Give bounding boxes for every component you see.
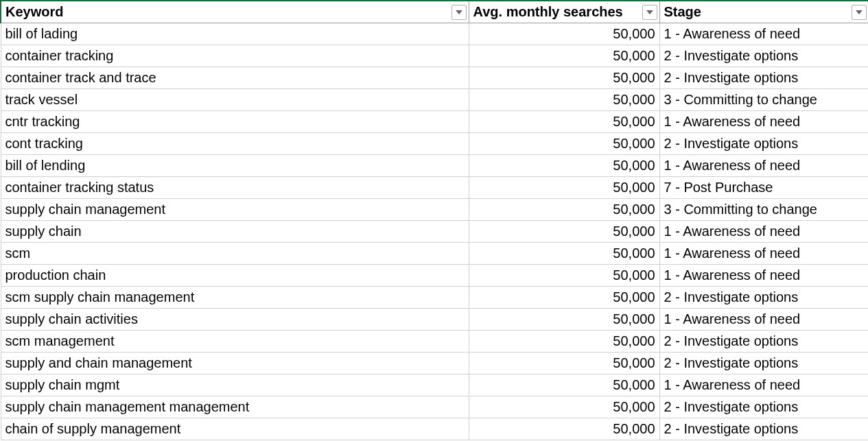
- header-keyword[interactable]: Keyword: [1, 1, 469, 23]
- cell-stage[interactable]: 1 - Awareness of need: [659, 374, 868, 396]
- table-row: supply chain mgmt50,0001 - Awareness of …: [1, 374, 868, 396]
- cell-searches[interactable]: 50,000: [469, 221, 659, 243]
- cell-stage[interactable]: 2 - Investigate options: [659, 45, 868, 67]
- table-row: chain of supply management50,0002 - Inve…: [1, 418, 868, 440]
- cell-keyword[interactable]: container tracking status: [1, 177, 469, 199]
- table-row: bill of lending50,0001 - Awareness of ne…: [1, 155, 868, 177]
- cell-searches[interactable]: 50,000: [469, 396, 659, 418]
- table-row: track vessel50,0003 - Committing to chan…: [1, 89, 868, 111]
- cell-keyword[interactable]: supply and chain management: [1, 353, 469, 374]
- table-row: cont tracking50,0002 - Investigate optio…: [1, 133, 868, 155]
- cell-searches[interactable]: 50,000: [469, 67, 659, 89]
- cell-searches[interactable]: 50,000: [469, 177, 659, 199]
- cell-stage[interactable]: 2 - Investigate options: [659, 331, 868, 353]
- cell-searches[interactable]: 50,000: [469, 418, 659, 440]
- header-label: Stage: [664, 4, 701, 19]
- cell-keyword[interactable]: supply chain: [1, 221, 469, 243]
- cell-stage[interactable]: 2 - Investigate options: [659, 67, 868, 89]
- cell-stage[interactable]: 2 - Investigate options: [659, 287, 868, 309]
- cell-keyword[interactable]: scm supply chain management: [1, 287, 469, 309]
- cell-keyword[interactable]: bill of lending: [1, 155, 469, 177]
- cell-keyword[interactable]: supply chain management management: [1, 396, 469, 418]
- cell-keyword[interactable]: cntr tracking: [1, 111, 469, 133]
- table-row: cntr tracking50,0001 - Awareness of need: [1, 111, 868, 133]
- filter-button-keyword[interactable]: [451, 5, 467, 20]
- table-row: supply chain activities50,0001 - Awarene…: [1, 309, 868, 331]
- cell-stage[interactable]: 1 - Awareness of need: [659, 111, 868, 133]
- cell-searches[interactable]: 50,000: [469, 287, 659, 309]
- cell-stage[interactable]: 7 - Post Purchase: [659, 177, 868, 199]
- cell-stage[interactable]: 1 - Awareness of need: [659, 265, 868, 287]
- cell-keyword[interactable]: cont tracking: [1, 133, 469, 155]
- cell-keyword[interactable]: scm management: [1, 331, 469, 353]
- table-row: container tracking status50,0007 - Post …: [1, 177, 868, 199]
- filter-button-stage[interactable]: [852, 5, 867, 20]
- table-row: container track and trace50,0002 - Inves…: [1, 67, 868, 89]
- keyword-table: Keyword Avg. monthly searches Stage bill…: [0, 0, 868, 440]
- table-row: bill of lading50,0001 - Awareness of nee…: [1, 23, 868, 45]
- header-label: Avg. monthly searches: [473, 4, 623, 19]
- cell-keyword[interactable]: scm: [1, 243, 469, 265]
- cell-stage[interactable]: 2 - Investigate options: [659, 418, 868, 440]
- chevron-down-icon: [646, 10, 653, 14]
- cell-stage[interactable]: 2 - Investigate options: [659, 353, 868, 374]
- cell-keyword[interactable]: track vessel: [1, 89, 469, 111]
- cell-stage[interactable]: 2 - Investigate options: [659, 396, 868, 418]
- cell-stage[interactable]: 2 - Investigate options: [659, 133, 868, 155]
- cell-keyword[interactable]: supply chain management: [1, 199, 469, 221]
- table-row: scm supply chain management50,0002 - Inv…: [1, 287, 868, 309]
- table-body: bill of lading50,0001 - Awareness of nee…: [1, 23, 868, 440]
- table-row: production chain50,0001 - Awareness of n…: [1, 265, 868, 287]
- chevron-down-icon: [456, 10, 462, 14]
- cell-searches[interactable]: 50,000: [469, 111, 659, 133]
- cell-searches[interactable]: 50,000: [469, 353, 659, 374]
- table-row: supply chain management management50,000…: [1, 396, 868, 418]
- cell-stage[interactable]: 3 - Committing to change: [659, 199, 868, 221]
- table-row: scm management50,0002 - Investigate opti…: [1, 331, 868, 353]
- cell-searches[interactable]: 50,000: [469, 155, 659, 177]
- table-row: supply chain management50,0003 - Committ…: [1, 199, 868, 221]
- cell-keyword[interactable]: supply chain mgmt: [1, 374, 469, 396]
- cell-stage[interactable]: 1 - Awareness of need: [659, 221, 868, 243]
- cell-searches[interactable]: 50,000: [469, 265, 659, 287]
- header-searches[interactable]: Avg. monthly searches: [469, 1, 659, 23]
- cell-searches[interactable]: 50,000: [469, 199, 659, 221]
- table-header-row: Keyword Avg. monthly searches Stage: [1, 1, 868, 23]
- cell-searches[interactable]: 50,000: [469, 89, 659, 111]
- cell-searches[interactable]: 50,000: [469, 374, 659, 396]
- table-row: supply chain50,0001 - Awareness of need: [1, 221, 868, 243]
- cell-keyword[interactable]: container track and trace: [1, 67, 469, 89]
- cell-stage[interactable]: 1 - Awareness of need: [659, 309, 868, 331]
- cell-stage[interactable]: 1 - Awareness of need: [659, 155, 868, 177]
- cell-stage[interactable]: 3 - Committing to change: [659, 89, 868, 111]
- cell-keyword[interactable]: bill of lading: [1, 23, 469, 45]
- header-label: Keyword: [5, 4, 63, 19]
- table-row: container tracking50,0002 - Investigate …: [1, 45, 868, 67]
- cell-searches[interactable]: 50,000: [469, 23, 659, 45]
- cell-stage[interactable]: 1 - Awareness of need: [659, 23, 868, 45]
- table-row: supply and chain management50,0002 - Inv…: [1, 353, 868, 374]
- chevron-down-icon: [856, 10, 863, 14]
- filter-button-searches[interactable]: [642, 5, 657, 20]
- cell-keyword[interactable]: production chain: [1, 265, 469, 287]
- cell-keyword[interactable]: container tracking: [1, 45, 469, 67]
- table-row: scm50,0001 - Awareness of need: [1, 243, 868, 265]
- cell-searches[interactable]: 50,000: [469, 331, 659, 353]
- cell-keyword[interactable]: chain of supply management: [1, 418, 469, 440]
- cell-searches[interactable]: 50,000: [469, 309, 659, 331]
- header-stage[interactable]: Stage: [659, 1, 868, 23]
- cell-searches[interactable]: 50,000: [469, 243, 659, 265]
- cell-keyword[interactable]: supply chain activities: [1, 309, 469, 331]
- cell-searches[interactable]: 50,000: [469, 133, 659, 155]
- cell-stage[interactable]: 1 - Awareness of need: [659, 243, 868, 265]
- cell-searches[interactable]: 50,000: [469, 45, 659, 67]
